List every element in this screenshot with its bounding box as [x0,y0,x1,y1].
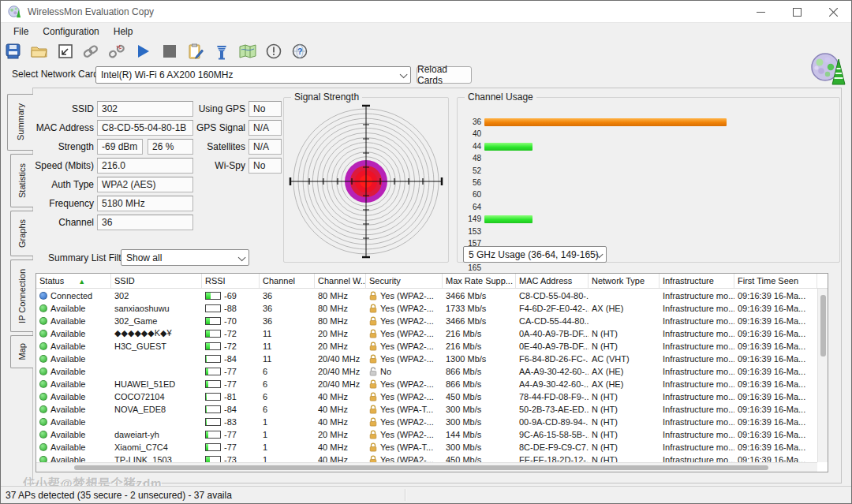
table-row[interactable]: AvailableH3C_GUEST-721120 MHzYes (WPA2-.… [36,339,817,352]
satellites-field[interactable]: N/A [248,139,282,155]
table-row[interactable]: Available◆◆◆◆◆◆K◆¥-721120 MHzYes (WPA2-.… [36,327,817,339]
column-header-rate[interactable]: Max Rate Supp... [443,274,516,288]
using-gps-field[interactable]: No [248,101,282,117]
wi-spy-field[interactable]: No [248,158,282,174]
cell-rate: 866 Mb/s [443,377,516,390]
antenna-icon[interactable] [212,42,231,61]
auth-type-field[interactable]: WPA2 (AES) [97,177,193,192]
tab-label: Summary [16,103,25,140]
channel-field[interactable]: 36 [97,215,193,230]
cell-ssid [111,364,202,377]
map-icon[interactable] [238,42,257,61]
table-row[interactable]: AvailableTP-LINK_1503-73140 MHzYes (WPA2… [36,453,817,462]
horizontal-scrollbar-thumb[interactable] [74,465,768,470]
column-header-security[interactable]: Security [366,274,443,288]
cell-mac: 78-44-FD-08-F9-... [516,390,589,402]
cell-rssi: -84 [202,402,260,415]
cell-rate: 1300 Mb/s [443,352,516,364]
menu-configuration[interactable]: Configuration [36,24,105,39]
column-header-nettype[interactable]: Network Type [589,274,660,288]
network-card-select[interactable]: Intel(R) Wi-Fi 6 AX200 160MHz [95,66,411,84]
table-row[interactable]: AvailableXiaomi_C7C4-77140 MHzYes (WPA-T… [36,440,817,453]
rssi-value: -84 [224,405,237,414]
menu-file[interactable]: File [7,24,35,39]
form-row: SSID302 [36,101,194,117]
table-row[interactable]: Available-77620/40 MHzNo866 Mb/sAA-A9-30… [36,364,817,377]
table-row[interactable]: Available-841120/40 MHzYes (WPA2-...1300… [36,352,817,364]
start-icon[interactable] [134,42,153,61]
tab-statistics[interactable]: Statistics [10,154,33,207]
form-row: SatellitesN/A [203,139,282,155]
column-header-ssid[interactable]: SSID [111,274,202,288]
column-header-seen[interactable]: First Time Seen [734,274,817,288]
table-row[interactable]: Availabledaweiart-yh-77120 MHzYes (WPA2-… [36,427,817,440]
export-icon[interactable] [56,42,75,61]
table-row[interactable]: AvailableHUAWEI_51ED-77620/40 MHzYes (WP… [36,377,817,390]
minimize-button[interactable] [742,1,779,23]
horizontal-scrollbar[interactable] [36,462,817,472]
speed-mbits--field[interactable]: 216.0 [97,158,193,174]
save-icon[interactable] [4,42,23,61]
table-row[interactable]: Connected302-693680 MHzYes (WPA2-...3466… [36,289,817,301]
open-folder-icon[interactable] [30,42,49,61]
cell-rssi: -72 [202,339,260,352]
frequency-field[interactable]: 5180 MHz [97,196,193,211]
column-header-infra[interactable]: Infrastructure [660,274,734,288]
summary-list-filter-select[interactable]: Show all [121,249,249,266]
column-header-status[interactable]: Status▲ [36,274,111,288]
channel-usage-title: Channel Usage [465,91,536,103]
tab-ip-connection[interactable]: IP Connection [10,259,33,332]
connect-link-icon[interactable] [82,42,101,61]
column-header-channel[interactable]: Channel [260,274,315,288]
cell-infra: Infrastructure mo... [660,453,734,462]
cell-chwidth: 80 MHz [315,289,366,301]
table-row[interactable]: Availablesanxiaoshuwu-883680 MHzYes (WPA… [36,301,817,314]
rssi-bar-icon [205,405,221,413]
log-clipboard-icon[interactable] [186,42,205,61]
stop-icon[interactable] [160,42,179,61]
cell-security: Yes (WPA2-... [366,314,443,327]
security-text: Yes (WPA2-... [380,417,434,427]
column-header-rssi[interactable]: RSSI [202,274,260,288]
cell-mac: 00-9A-CD-89-94-... [516,415,589,427]
tab-graphs[interactable]: Graphs [10,211,33,256]
vertical-scrollbar-thumb[interactable] [820,295,826,357]
channel-row: 44 [462,141,833,152]
table-row[interactable]: Available-83140 MHzYes (WPA2-...300 Mb/s… [36,415,817,427]
close-button[interactable] [815,1,851,23]
lock-icon [369,329,377,338]
mac-address-field[interactable]: C8-CD-55-04-80-1B [97,120,193,136]
cell-infra: Infrastructure mo... [660,415,734,427]
disconnect-link-icon[interactable] [108,42,127,61]
column-header-mac[interactable]: MAC Address [516,274,589,288]
cell-security: Yes (WPA2-... [366,339,443,352]
reload-cards-button[interactable]: Reload Cards [417,66,472,84]
column-header-chwidth[interactable]: Channel W... [315,274,366,288]
cell-rate: 1733 Mb/s [443,301,516,314]
rssi-value: -70 [224,316,237,326]
tab-summary[interactable]: Summary [7,94,33,151]
rssi-bar-icon [205,304,221,312]
table-row[interactable]: AvailableNOVA_EDE8-84640 MHzYes (WPA-T..… [36,402,817,415]
vertical-scrollbar[interactable] [817,289,828,462]
maximize-button[interactable] [779,1,815,23]
cell-channel: 1 [260,427,315,440]
rssi-bar-icon [205,355,221,363]
tab-map[interactable]: Map [10,335,33,368]
menu-help[interactable]: Help [107,24,140,39]
strength-dbm-field[interactable]: -69 dBm [97,139,143,155]
help-globe-icon[interactable]: ? [290,42,309,61]
field-label: GPS Signal [196,122,245,133]
cell-mac: 9C-A6-15-58-5B-... [516,427,589,440]
cell-channel: 36 [260,314,315,327]
alert-icon[interactable] [264,42,283,61]
table-row[interactable]: Available302_Game-703680 MHzYes (WPA2-..… [36,314,817,327]
ssid-field[interactable]: 302 [97,101,193,117]
strength-percent-field[interactable]: 26 % [148,139,193,155]
cell-nettype: AC (VHT) [589,352,660,364]
gps-signal-field[interactable]: N/A [248,120,282,136]
cell-rate: 300 Mb/s [443,402,516,415]
band-usage-select[interactable]: 5 GHz Usage (36-64, 149-165) [463,246,607,263]
status-bar-text: 37 APs detected (35 secure - 2 unsecured… [6,490,232,501]
table-row[interactable]: AvailableCOCO72104-81640 MHzYes (WPA2-..… [36,390,817,402]
